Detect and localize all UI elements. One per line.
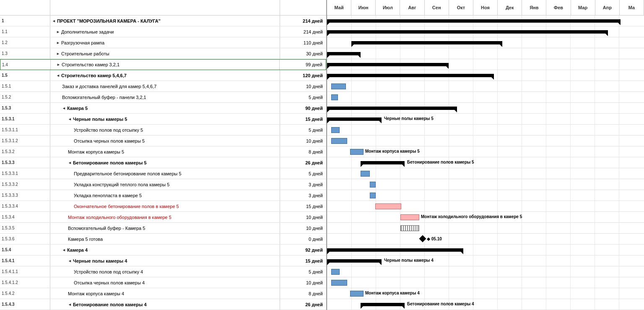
expand-icon[interactable]: ◄ (68, 259, 72, 263)
table-row[interactable]: 1◄ПРОЕКТ "МОРОЗИЛЬНАЯ КАМЕРА - КАЛУГА"21… (0, 16, 326, 26)
cell-task[interactable]: Устройство полов под отсыпку 5 (50, 125, 280, 135)
table-row[interactable]: 1.5.3.3.2Укладка конструкций теплого пол… (0, 179, 326, 190)
table-row[interactable]: 1.5.3.3.1Предварительное бетонирование п… (0, 168, 326, 179)
task-name-text: Вспомогательный буфер - Камера 5 (68, 226, 145, 231)
cell-duration: 5 дней (280, 92, 326, 102)
gantt-task-bar[interactable] (350, 149, 364, 155)
gantt-task-bar[interactable] (331, 83, 346, 89)
table-row[interactable]: 1.2►Разгрузочная рампа110 дней (0, 37, 326, 48)
cell-task[interactable]: Предварительное бетонирование полов каме… (50, 168, 280, 179)
table-row[interactable]: 1.1►Дополнительные задачи214 дней (0, 26, 326, 37)
cell-task[interactable]: ►Строительные работы (50, 48, 280, 59)
expand-icon[interactable]: ◄ (68, 161, 72, 165)
gantt-task-bar[interactable] (375, 203, 401, 209)
cell-task[interactable]: Камера 5 готова (50, 234, 280, 244)
gantt-task-bar[interactable] (400, 225, 419, 231)
cell-task[interactable]: ►Строительство камер 3,2,1 (51, 60, 280, 70)
cell-task[interactable]: ►Дополнительные задачи (50, 26, 280, 37)
cell-task[interactable]: Укладка пенопласта в камере 5 (50, 190, 280, 201)
cell-task[interactable]: Вспомогательный буфер - панели 3,2,1 (50, 92, 280, 102)
cell-task[interactable]: ◄Камера 5 (50, 103, 280, 113)
cell-sdr: 1.5.3.6 (0, 234, 50, 244)
expand-icon[interactable]: ◄ (52, 19, 56, 23)
expand-icon[interactable]: ◄ (62, 248, 66, 252)
table-row[interactable]: 1.5.3.3◄Бетонирование полов камеры 526 д… (0, 157, 326, 168)
table-row[interactable]: 1.5.4.1.2Отсыпка черных полов камеры 410… (0, 277, 326, 288)
table-row[interactable]: 1.5.2Вспомогательный буфер - панели 3,2,… (0, 92, 326, 103)
table-row[interactable]: 1.5.3.3.3Укладка пенопласта в камере 53 … (0, 190, 326, 201)
table-row[interactable]: 1.5.3.5Вспомогательный буфер - Камера 51… (0, 223, 326, 234)
col-header-task[interactable] (50, 0, 280, 15)
gantt-row (327, 135, 644, 146)
gantt-task-bar[interactable] (331, 138, 347, 144)
expand-icon[interactable]: ◄ (62, 106, 66, 110)
cell-task[interactable]: ◄ПРОЕКТ "МОРОЗИЛЬНАЯ КАМЕРА - КАЛУГА" (50, 16, 280, 26)
gantt-task-bar[interactable] (400, 214, 419, 220)
cell-task[interactable]: Монтаж корпуса камеры 4 (50, 288, 280, 299)
cell-task[interactable]: Укладка конструкций теплого пола камеры … (50, 179, 280, 190)
cell-task[interactable]: Окончательное бетонирование полов в каме… (50, 201, 280, 211)
gantt-task-bar[interactable] (370, 193, 376, 198)
cell-task[interactable]: ◄Строительство камер 5,4,6,7 (50, 70, 280, 81)
gantt-task-bar[interactable] (331, 269, 340, 275)
col-header-duration[interactable] (280, 0, 326, 15)
expand-icon[interactable]: ► (56, 41, 60, 45)
cell-task[interactable]: Отсыпка черных полов камеры 4 (50, 277, 280, 288)
cell-task[interactable]: ►Разгрузочная рампа (50, 37, 280, 48)
gantt-task-bar[interactable] (331, 127, 340, 133)
cell-duration: 214 дней (280, 26, 326, 37)
cell-task[interactable]: ◄Бетонирование полов камеры 4 (50, 299, 280, 310)
cell-task[interactable]: Вспомогательный буфер - Камера 5 (50, 223, 280, 233)
gantt-row (327, 103, 644, 114)
cell-task[interactable]: Монтаж холодильного оборудования в камер… (50, 212, 280, 222)
table-row[interactable]: 1.4►Строительство камер 3,2,199 дней (0, 59, 326, 70)
table-row[interactable]: 1.5.3.4Монтаж холодильного оборудования … (0, 212, 326, 223)
table-row[interactable]: 1.5.4.3◄Бетонирование полов камеры 426 д… (0, 299, 326, 310)
gantt-month-cell: Ма (620, 0, 644, 15)
cell-duration: 10 дней (280, 81, 326, 91)
cell-sdr: 1.4 (0, 60, 51, 70)
gantt-task-bar[interactable] (331, 94, 338, 100)
expand-icon[interactable]: ► (56, 52, 60, 56)
gantt-task-bar[interactable] (331, 280, 347, 286)
expand-icon[interactable]: ◄ (56, 73, 60, 78)
table-row[interactable]: 1.5.3◄Камера 590 дней (0, 103, 326, 114)
table-row[interactable]: 1.5.1Заказ и доставка панелей для камер … (0, 81, 326, 92)
col-header-sdr[interactable] (0, 0, 50, 15)
table-row[interactable]: 1.5.3.2Монтаж корпуса камеры 58 дней (0, 146, 326, 157)
cell-task[interactable]: ◄Камера 4 (50, 245, 280, 255)
cell-task[interactable]: ◄Черные полы камеры 4 (50, 255, 280, 266)
table-row[interactable]: 1.5.3.3.4Окончательное бетонирование пол… (0, 201, 326, 212)
expand-icon[interactable]: ◄ (68, 302, 72, 307)
cell-task[interactable]: Заказ и доставка панелей для камер 5,4,6… (50, 81, 280, 91)
expand-icon[interactable]: ◄ (68, 117, 72, 121)
cell-task[interactable]: ◄Бетонирование полов камеры 5 (50, 157, 280, 168)
gantt-month-cell: Мар (571, 0, 595, 15)
cell-task[interactable]: Монтаж корпуса камеры 5 (50, 146, 280, 157)
table-row[interactable]: 1.5.4◄Камера 492 дней (0, 245, 326, 255)
table-row[interactable]: 1.5.4.2Монтаж корпуса камеры 48 дней (0, 288, 326, 299)
table-row[interactable]: 1.3►Строительные работы30 дней (0, 48, 326, 59)
table-row[interactable]: 1.5.3.1.2Отсыпка черных полов камеры 510… (0, 135, 326, 146)
table-row[interactable]: 1.5.3.6Камера 5 готова0 дней (0, 234, 326, 245)
expand-icon[interactable]: ► (56, 30, 60, 34)
gantt-task-bar[interactable] (361, 171, 370, 177)
gantt-task-bar[interactable] (370, 182, 376, 188)
expand-icon[interactable]: ► (57, 63, 60, 67)
table-row[interactable]: 1.5.4.1.1Устройство полов под отсыпку 45… (0, 266, 326, 277)
cell-task[interactable]: ◄Черные полы камеры 5 (50, 114, 280, 124)
gantt-body: Черные полы камеры 5Монтаж корпуса камер… (327, 16, 644, 310)
table-row[interactable]: 1.5.4.1◄Черные полы камеры 415 дней (0, 255, 326, 266)
table-row[interactable]: 1.5.3.1.1Устройство полов под отсыпку 55… (0, 125, 326, 135)
gantt-row (327, 201, 644, 212)
cell-duration: 5 дней (280, 125, 326, 135)
task-name-text: Отсыпка черных полов камеры 4 (74, 280, 145, 285)
table-row[interactable]: 1.5.3.1◄Черные полы камеры 515 дней (0, 114, 326, 125)
gantt-row (327, 277, 644, 288)
gantt-task-bar[interactable] (350, 291, 364, 297)
gantt-row: Черные полы камеры 4 (327, 255, 644, 266)
cell-task[interactable]: Устройство полов под отсыпку 4 (50, 266, 280, 277)
gantt-bar-label: Черные полы камеры 5 (384, 116, 434, 121)
table-row[interactable]: 1.5◄Строительство камер 5,4,6,7120 дней (0, 70, 326, 81)
cell-task[interactable]: Отсыпка черных полов камеры 5 (50, 135, 280, 146)
